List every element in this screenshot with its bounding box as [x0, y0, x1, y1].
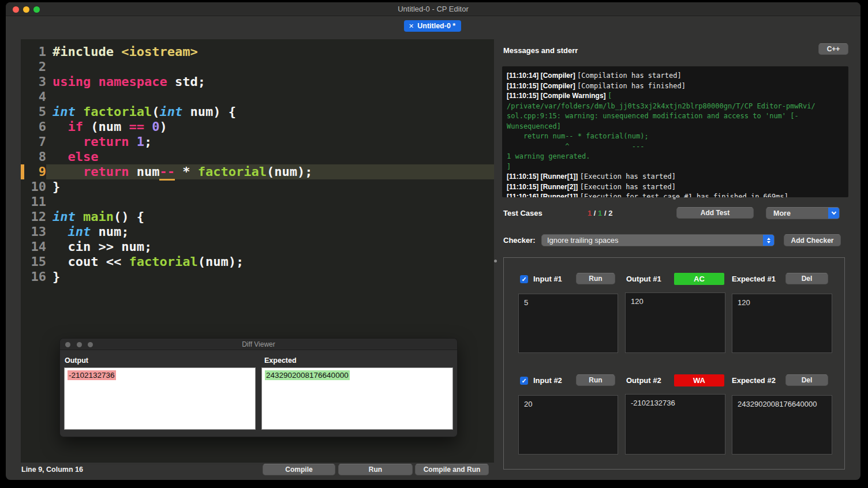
diff-viewer-titlebar: Diff Viewer — [60, 339, 457, 350]
testcase-2-expected-box[interactable]: 2432902008176640000 — [732, 395, 832, 455]
add-checker-button[interactable]: Add Checker — [784, 234, 841, 246]
tab-close-icon[interactable]: ✕ — [409, 22, 414, 30]
code-line-13[interactable]: 13 int num; — [21, 224, 494, 239]
testcase-1-run-button[interactable]: Run — [576, 273, 615, 284]
log-message: [Compilation has started] — [577, 72, 682, 80]
diff-expected-panel[interactable]: 2432902008176640000 — [261, 367, 453, 430]
testcase-1-delete-button[interactable]: Del — [785, 273, 828, 284]
code-text: cin >> num; — [46, 239, 494, 254]
compile-and-run-button[interactable]: Compile and Run — [415, 464, 489, 475]
chevron-down-icon — [828, 208, 839, 219]
add-test-button[interactable]: Add Test — [676, 207, 754, 219]
code-line-15[interactable]: 15 cout << factorial(num); — [21, 254, 494, 269]
code-line-10[interactable]: 10} — [21, 179, 494, 194]
code-line-8[interactable]: 8 else — [21, 149, 494, 164]
code-line-9[interactable]: 9 return num-- * factorial(num); — [21, 164, 494, 179]
window-title: Untitled-0 - CP Editor — [6, 5, 860, 13]
code-text — [46, 194, 494, 209]
checker-select[interactable]: Ignore trailing spaces — [541, 234, 775, 246]
code-line-5[interactable]: 5int factorial(int num) { — [21, 104, 494, 119]
compile-button[interactable]: Compile — [263, 464, 335, 475]
code-text: int factorial(int num) { — [46, 104, 494, 119]
testcases-container: ✓ Input #1 Run Output #1 AC Expected #1 … — [503, 257, 845, 470]
log-message: [Execution has started] — [580, 172, 676, 181]
compiler-log-console[interactable]: [11:10:14] [Compiler] [Compilation has s… — [502, 66, 848, 197]
testcase-2-verdict-badge: WA — [674, 374, 724, 386]
log-line: ] — [507, 162, 844, 172]
messages-panel-title: Messages and stderr — [503, 46, 578, 55]
code-line-4[interactable]: 4 — [21, 89, 494, 104]
total-count: 2 — [608, 209, 612, 217]
line-number: 16 — [24, 269, 46, 284]
code-line-14[interactable]: 14 cin >> num; — [21, 239, 494, 254]
line-number: 10 — [24, 179, 46, 194]
log-message: [ — [608, 92, 612, 100]
checker-selected-option: Ignore trailing spaces — [542, 236, 763, 245]
diff-viewer-window: Diff Viewer Output Expected -2102132736 … — [59, 338, 458, 437]
testcase-2-checkbox[interactable]: ✓ — [520, 377, 528, 385]
code-text: int num; — [46, 224, 494, 239]
log-line: sol.cpp:9:15: warning: unsequenced modif… — [507, 111, 844, 121]
log-message: ^ --- — [507, 142, 644, 151]
language-button[interactable]: C++ — [818, 43, 848, 55]
testcase-1-output-label: Output #1 — [626, 275, 661, 283]
splitter-handle-horizontal[interactable] — [673, 197, 676, 200]
code-text: } — [46, 269, 494, 284]
log-message: sol.cpp:9:15: warning: unsequenced modif… — [507, 112, 799, 120]
log-line: /private/var/folders/dm/lb_jj0ts3xj2k4xt… — [507, 101, 844, 111]
code-line-3[interactable]: 3using namespace std; — [21, 74, 494, 89]
app-window: Untitled-0 - CP Editor ✕ Untitled-0 * 1#… — [6, 2, 860, 480]
titlebar: Untitled-0 - CP Editor — [6, 2, 860, 16]
log-line: [11:10:15] [Runner[2]] [Execution has st… — [507, 182, 844, 192]
testcase-2-input-label: Input #2 — [533, 376, 562, 385]
line-number: 9 — [24, 164, 46, 179]
testcase-2-input-box[interactable]: 20 — [518, 395, 618, 455]
testcase-1-checkbox[interactable]: ✓ — [520, 275, 528, 283]
code-line-7[interactable]: 7 return 1; — [21, 134, 494, 149]
more-dropdown[interactable]: More — [766, 207, 840, 219]
tab-untitled-0[interactable]: ✕ Untitled-0 * — [404, 20, 461, 32]
testcase-2-output-box[interactable]: -2102132736 — [625, 394, 725, 455]
line-number: 4 — [24, 89, 46, 104]
log-message: return num-- * factorial(num); — [507, 132, 649, 140]
testcase-1-expected-box[interactable]: 120 — [732, 294, 832, 353]
log-line: [11:10:15] [Compile Warnings] [ — [507, 91, 844, 101]
diff-output-value: -2102132736 — [68, 370, 116, 380]
code-line-6[interactable]: 6 if (num == 0) — [21, 119, 494, 134]
splitter-handle-vertical[interactable] — [494, 260, 497, 262]
testcase-2-delete-button[interactable]: Del — [785, 374, 828, 386]
count-separator: / — [602, 209, 608, 217]
testcase-1-input-box[interactable]: 5 — [518, 294, 618, 353]
log-line: ^ --- — [507, 141, 844, 152]
testcase-2-run-button[interactable]: Run — [576, 374, 615, 386]
code-line-16[interactable]: 16} — [21, 269, 494, 284]
code-line-11[interactable]: 11 — [21, 194, 494, 209]
testcase-2-output-label: Output #2 — [626, 376, 661, 385]
code-text: #include <iostream> — [46, 44, 494, 59]
line-number: 5 — [24, 104, 46, 119]
line-number: 11 — [24, 194, 46, 209]
log-message: 1 warning generated. — [507, 152, 590, 160]
run-button[interactable]: Run — [338, 464, 413, 475]
log-message: [Compilation has finished] — [577, 82, 686, 90]
code-text: if (num == 0) — [46, 119, 494, 134]
code-line-1[interactable]: 1#include <iostream> — [21, 44, 494, 59]
testcases-section-label: Test Cases — [503, 209, 542, 217]
code-text: return num-- * factorial(num); — [46, 164, 494, 179]
line-number: 2 — [24, 59, 46, 74]
log-timestamp: [11:10:15] [Runner[2]] — [507, 183, 580, 191]
verdict-counts: 1 / 1 / 2 — [588, 209, 612, 217]
log-timestamp: [11:10:15] [Compiler] — [507, 82, 577, 90]
testcase-2-input-header: ✓ Input #2 — [520, 374, 562, 386]
code-text: } — [46, 179, 494, 194]
log-line: return num-- * factorial(num); — [507, 131, 844, 141]
line-number: 15 — [24, 254, 46, 269]
log-message: [Execution for test case #1 has finished… — [580, 193, 788, 197]
code-line-2[interactable]: 2 — [21, 59, 494, 74]
diff-output-panel[interactable]: -2102132736 — [64, 367, 256, 430]
code-line-12[interactable]: 12int main() { — [21, 209, 494, 224]
diff-expected-label: Expected — [264, 356, 297, 365]
code-text: else — [46, 149, 494, 164]
log-line: [11:10:14] [Compiler] [Compilation has s… — [507, 70, 844, 81]
testcase-1-output-box[interactable]: 120 — [625, 292, 725, 353]
